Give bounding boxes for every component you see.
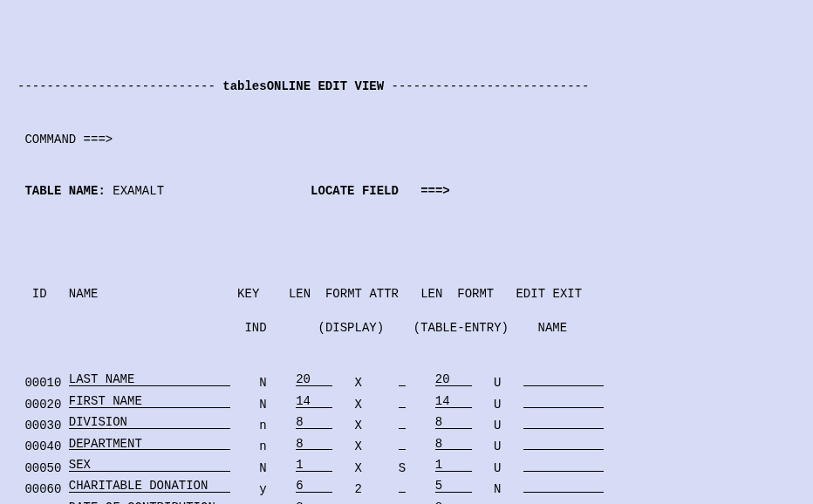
edit-exit-cell[interactable] xyxy=(523,478,604,493)
attr-cell[interactable] xyxy=(399,393,406,408)
formt-display-cell[interactable]: X xyxy=(354,418,361,435)
table-row: 00050SEXN1XS1U xyxy=(17,457,796,477)
len-display-cell[interactable]: 14 xyxy=(296,393,332,408)
table-row: 00060CHARITABLE DONATIONy625N xyxy=(17,478,796,498)
command-label: COMMAND ===> xyxy=(24,133,113,146)
title-dash-right: --------------------------- xyxy=(384,79,589,93)
len-table-cell[interactable]: 8 xyxy=(435,436,472,451)
table-row: 00010LAST NAMEN20X20U xyxy=(17,371,796,392)
edit-exit-cell[interactable] xyxy=(523,500,604,504)
name-cell[interactable]: FIRST NAME xyxy=(69,393,230,408)
id-cell[interactable]: 00060 xyxy=(24,481,61,499)
len-table-cell[interactable]: 1 xyxy=(435,457,472,472)
hdr-table-entry: (TABLE-ENTRY) xyxy=(413,321,509,335)
locate-label: LOCATE FIELD xyxy=(311,184,399,198)
name-cell[interactable]: LAST NAME xyxy=(69,371,230,386)
edit-exit-cell[interactable] xyxy=(523,371,604,386)
table-body: 00010LAST NAMEN20X20U 00020FIRST NAMEN14… xyxy=(17,371,796,504)
table-row: 00070DATE OF CONTRIBUTIONy8AV8A xyxy=(17,500,796,504)
len-display-cell[interactable]: 8 xyxy=(296,414,332,429)
len-display-cell[interactable]: 1 xyxy=(296,457,332,472)
attr-cell[interactable] xyxy=(399,436,406,451)
table-name-line: TABLE NAME: EXAMALT LOCATE FIELD ===> xyxy=(17,183,796,201)
len-table-cell[interactable]: 20 xyxy=(435,371,472,386)
name-cell[interactable]: DIVISION xyxy=(69,414,230,429)
attr-cell[interactable] xyxy=(399,371,406,386)
len-table-cell[interactable]: 14 xyxy=(435,393,472,408)
formt-table-cell[interactable]: U xyxy=(494,439,501,456)
column-headers-2: IND (DISPLAY) (TABLE-ENTRY) NAME xyxy=(17,320,796,337)
id-cell[interactable]: 00030 xyxy=(24,418,61,435)
hdr-formt2: FORMT xyxy=(457,287,494,301)
id-cell[interactable]: 00040 xyxy=(24,439,61,456)
formt-display-cell[interactable]: X xyxy=(354,397,361,414)
name-cell[interactable]: CHARITABLE DONATION xyxy=(69,478,230,493)
id-cell[interactable]: 00020 xyxy=(24,397,61,414)
len-table-cell[interactable]: 5 xyxy=(435,478,472,493)
len-table-cell[interactable]: 8 xyxy=(435,500,472,504)
attr-cell[interactable] xyxy=(399,414,406,429)
formt-display-cell[interactable]: 2 xyxy=(354,481,361,499)
formt-table-cell[interactable]: U xyxy=(494,397,501,414)
formt-display-cell[interactable]: X xyxy=(354,460,361,478)
hdr-formt1: FORMT xyxy=(325,287,362,301)
hdr-ind: IND xyxy=(244,321,266,335)
key-cell[interactable]: N xyxy=(259,397,266,414)
hdr-name: NAME xyxy=(69,287,99,301)
table-name-label: TABLE NAME: xyxy=(24,184,105,198)
hdr-attr: ATTR xyxy=(369,287,399,301)
key-cell[interactable]: N xyxy=(259,375,266,392)
hdr-id: ID xyxy=(32,287,47,301)
title-line: --------------------------- tablesONLINE… xyxy=(17,78,796,96)
key-cell[interactable]: n xyxy=(259,439,266,456)
table-row: 00020FIRST NAMEN14X14U xyxy=(17,393,796,413)
name-cell[interactable]: SEX xyxy=(69,457,230,472)
table-name-value: EXAMALT xyxy=(113,184,164,198)
hdr-len2: LEN xyxy=(420,287,442,301)
len-display-cell[interactable]: 6 xyxy=(296,478,332,493)
key-cell[interactable]: y xyxy=(259,481,266,499)
len-display-cell[interactable]: 8 xyxy=(296,436,332,451)
blank-line xyxy=(17,235,796,252)
column-headers-1: ID NAME KEY LEN FORMT ATTR LEN FORMT EDI… xyxy=(17,286,796,303)
edit-exit-cell[interactable] xyxy=(523,436,604,451)
hdr-len1: LEN xyxy=(289,287,311,301)
hdr-key: KEY xyxy=(237,287,259,301)
formt-table-cell[interactable]: U xyxy=(494,418,501,435)
len-display-cell[interactable]: 8 xyxy=(296,500,332,504)
formt-table-cell[interactable]: N xyxy=(494,481,501,499)
name-cell[interactable]: DATE OF CONTRIBUTION xyxy=(69,500,230,504)
title-dash-left: --------------------------- xyxy=(17,79,222,93)
hdr-display: (DISPLAY) xyxy=(318,321,384,335)
attr-cell[interactable]: S xyxy=(399,460,406,478)
id-cell[interactable]: 00010 xyxy=(24,375,61,392)
formt-table-cell[interactable]: U xyxy=(494,460,501,478)
formt-display-cell[interactable]: X xyxy=(354,375,361,392)
table-row: 00030DIVISIONn8X8U xyxy=(17,414,796,434)
len-display-cell[interactable]: 20 xyxy=(296,371,332,386)
key-cell[interactable]: N xyxy=(259,460,266,478)
command-line: COMMAND ===> xyxy=(17,132,796,149)
name-cell[interactable]: DEPARTMENT xyxy=(69,436,230,451)
attr-cell[interactable] xyxy=(399,478,406,493)
key-cell[interactable]: n xyxy=(259,418,266,435)
edit-exit-cell[interactable] xyxy=(523,414,604,429)
formt-display-cell[interactable]: X xyxy=(354,439,361,456)
locate-arrow: ===> xyxy=(420,184,450,198)
page-title: tablesONLINE EDIT VIEW xyxy=(222,79,384,93)
len-table-cell[interactable]: 8 xyxy=(435,414,472,429)
edit-exit-cell[interactable] xyxy=(523,393,604,408)
table-row: 00040DEPARTMENTn8X8U xyxy=(17,436,796,456)
id-cell[interactable]: 00050 xyxy=(24,460,61,478)
hdr-edit-exit: EDIT EXIT xyxy=(516,287,582,301)
hdr-edit-name: NAME xyxy=(538,321,568,335)
formt-table-cell[interactable]: U xyxy=(494,375,501,392)
edit-exit-cell[interactable] xyxy=(523,457,604,472)
